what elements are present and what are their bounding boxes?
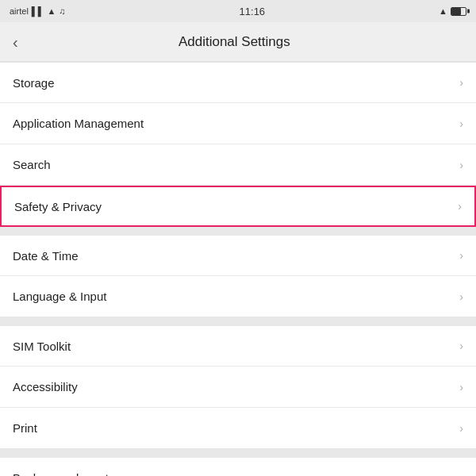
page-title: Additional Settings	[28, 34, 441, 50]
divider-3	[0, 449, 476, 457]
chevron-icon-accessibility: ›	[459, 381, 463, 393]
print-label: Print	[13, 421, 37, 435]
chevron-icon-backup: ›	[459, 471, 463, 476]
chevron-icon-language: ›	[459, 290, 463, 303]
signal-icon: ▌▌	[32, 6, 44, 16]
date-time-label: Date & Time	[13, 249, 79, 263]
chevron-icon-sim: ›	[459, 340, 463, 352]
settings-item-print[interactable]: Print ›	[0, 408, 476, 449]
sim-toolkit-label: SIM Toolkit	[13, 340, 71, 353]
chevron-icon-storage: ›	[459, 76, 463, 89]
status-left: airtel ▌▌ ▲ ♫	[10, 6, 66, 16]
settings-item-date-time[interactable]: Date & Time ›	[0, 235, 476, 276]
header: ‹ Additional Settings	[0, 22, 476, 62]
chevron-icon-date: ›	[459, 249, 463, 262]
settings-item-application-management[interactable]: Application Management ›	[0, 103, 476, 144]
section-3: SIM Toolkit › Accessibility › Print ›	[0, 325, 476, 449]
settings-item-storage[interactable]: Storage ›	[0, 62, 476, 103]
carrier-text: airtel	[10, 6, 29, 16]
backup-reset-label: Back up and reset	[13, 471, 109, 477]
section-1: Storage › Application Management › Searc…	[0, 62, 476, 227]
divider-2	[0, 317, 476, 325]
back-button[interactable]: ‹	[13, 34, 18, 50]
settings-list: Storage › Application Management › Searc…	[0, 62, 476, 476]
settings-item-accessibility[interactable]: Accessibility ›	[0, 367, 476, 408]
storage-label: Storage	[13, 76, 55, 90]
settings-item-safety-privacy[interactable]: Safety & Privacy ›	[0, 186, 476, 227]
settings-item-backup-reset[interactable]: Back up and reset ›	[0, 457, 476, 476]
application-management-label: Application Management	[13, 117, 144, 130]
settings-item-search[interactable]: Search ›	[0, 144, 476, 186]
chevron-icon-search: ›	[459, 159, 463, 171]
battery-icon	[451, 7, 466, 16]
status-right: ▲	[439, 6, 466, 16]
settings-item-sim-toolkit[interactable]: SIM Toolkit ›	[0, 325, 476, 367]
status-time: 11:16	[240, 6, 266, 17]
status-bar: airtel ▌▌ ▲ ♫ 11:16 ▲	[0, 0, 476, 22]
chevron-icon-print: ›	[459, 422, 463, 435]
accessibility-label: Accessibility	[13, 380, 78, 393]
section-2: Date & Time › Language & Input ›	[0, 235, 476, 317]
headphone-icon: ♫	[59, 6, 65, 16]
settings-item-language-input[interactable]: Language & Input ›	[0, 276, 476, 317]
alarm-icon: ▲	[439, 6, 447, 16]
section-4: Back up and reset ›	[0, 457, 476, 476]
chevron-icon-safety: ›	[458, 200, 462, 213]
chevron-icon-app-mgmt: ›	[459, 117, 463, 130]
search-label: Search	[13, 158, 51, 171]
wifi-icon: ▲	[47, 6, 56, 16]
language-input-label: Language & Input	[13, 290, 106, 303]
safety-privacy-label: Safety & Privacy	[14, 200, 102, 213]
divider-1	[0, 227, 476, 235]
